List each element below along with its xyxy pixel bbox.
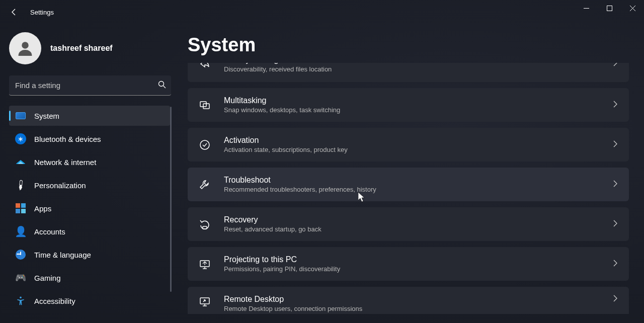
- sidebar-item-accounts[interactable]: 👤 Accounts: [9, 221, 170, 241]
- titlebar: Settings: [0, 0, 644, 24]
- sidebar-item-network[interactable]: Network & internet: [9, 152, 170, 172]
- card-troubleshoot[interactable]: Troubleshoot Recommended troubleshooters…: [188, 168, 629, 201]
- card-title: Nearby sharing: [224, 63, 612, 64]
- clock-icon: [15, 249, 26, 260]
- sidebar-scrollbar[interactable]: [170, 107, 172, 292]
- page-title: System: [188, 34, 629, 56]
- card-title: Remote Desktop: [224, 295, 612, 304]
- sidebar-item-label: Time & language: [34, 251, 91, 259]
- card-title: Multitasking: [224, 96, 612, 105]
- wrench-icon: [198, 178, 212, 192]
- chevron-right-icon: [612, 140, 619, 149]
- card-projecting[interactable]: Projecting to this PC Permissions, pairi…: [188, 247, 629, 281]
- main-content: System Nearby sharing Discoverability, r…: [179, 24, 644, 323]
- chevron-right-icon: [612, 180, 619, 189]
- sidebar-item-label: Accounts: [34, 227, 65, 236]
- chevron-right-icon: [612, 295, 619, 304]
- search-icon: [158, 80, 166, 91]
- minimize-icon: [584, 6, 589, 11]
- maximize-icon: [607, 6, 612, 11]
- remote-icon: [198, 295, 212, 309]
- account-icon: 👤: [15, 226, 26, 237]
- card-remote-desktop[interactable]: Remote Desktop Remote Desktop users, con…: [188, 287, 629, 314]
- card-multitasking[interactable]: Multitasking Snap windows, desktops, tas…: [188, 88, 629, 122]
- profile-section[interactable]: tashreef shareef: [9, 32, 174, 64]
- svg-point-6: [200, 140, 209, 149]
- svg-rect-0: [607, 6, 612, 11]
- avatar: [9, 32, 41, 64]
- sidebar-item-label: Bluetooth & devices: [34, 135, 101, 143]
- card-desc: Recommended troubleshooters, preferences…: [224, 186, 612, 193]
- project-icon: [198, 257, 212, 271]
- sidebar-item-label: Network & internet: [34, 158, 96, 167]
- svg-rect-7: [203, 226, 207, 229]
- recovery-icon: [198, 217, 212, 231]
- sidebar-item-system[interactable]: System: [9, 106, 170, 126]
- sidebar-item-time[interactable]: Time & language: [9, 245, 170, 265]
- sidebar-item-label: System: [34, 112, 59, 120]
- gamepad-icon: 🎮: [15, 272, 26, 283]
- svg-point-1: [22, 42, 29, 49]
- sidebar-item-label: Personalization: [34, 181, 86, 190]
- card-nearby-sharing[interactable]: Nearby sharing Discoverability, received…: [188, 63, 629, 82]
- card-title: Projecting to this PC: [224, 255, 612, 264]
- chevron-right-icon: [612, 220, 619, 229]
- system-icon: [15, 110, 26, 121]
- card-desc: Permissions, pairing PIN, discoverabilit…: [224, 265, 612, 273]
- card-desc: Discoverability, received files location: [224, 65, 612, 73]
- svg-point-3: [20, 297, 22, 299]
- search-wrap: [9, 75, 171, 96]
- brush-icon: 🖌: [13, 178, 29, 193]
- window-controls: [575, 0, 644, 16]
- sidebar-item-accessibility[interactable]: Accessibility: [9, 291, 170, 311]
- sidebar-item-apps[interactable]: Apps: [9, 198, 170, 218]
- sidebar-item-personalization[interactable]: 🖌 Personalization: [9, 175, 170, 195]
- sidebar-nav: System ∗ Bluetooth & devices Network & i…: [9, 106, 174, 311]
- search-input[interactable]: [9, 75, 171, 96]
- sidebar-item-label: Accessibility: [34, 297, 75, 305]
- person-icon: [16, 39, 34, 57]
- card-title: Troubleshoot: [224, 176, 612, 185]
- wifi-icon: [15, 156, 26, 168]
- arrow-left-icon: [10, 8, 18, 16]
- card-desc: Snap windows, desktops, task switching: [224, 106, 612, 114]
- card-title: Activation: [224, 136, 612, 145]
- sidebar-item-label: Apps: [34, 204, 51, 213]
- card-desc: Remote Desktop users, connection permiss…: [224, 305, 612, 312]
- minimize-button[interactable]: [575, 0, 598, 16]
- chevron-right-icon: [612, 63, 619, 68]
- sidebar-item-bluetooth[interactable]: ∗ Bluetooth & devices: [9, 129, 170, 149]
- chevron-right-icon: [612, 101, 619, 110]
- app-title: Settings: [30, 9, 54, 16]
- chevron-right-icon: [612, 260, 619, 269]
- apps-icon: [15, 203, 26, 214]
- user-name: tashreef shareef: [50, 44, 113, 53]
- accessibility-icon: [15, 295, 26, 306]
- card-title: Recovery: [224, 215, 612, 224]
- card-desc: Reset, advanced startup, go back: [224, 225, 612, 233]
- sidebar-item-label: Gaming: [34, 274, 61, 282]
- multitask-icon: [198, 98, 212, 112]
- card-recovery[interactable]: Recovery Reset, advanced startup, go bac…: [188, 207, 629, 241]
- close-icon: [630, 6, 635, 11]
- card-desc: Activation state, subscriptions, product…: [224, 146, 612, 153]
- sidebar: tashreef shareef System ∗ Bluetooth & de…: [0, 24, 179, 323]
- bluetooth-icon: ∗: [15, 133, 26, 144]
- svg-point-2: [159, 82, 164, 87]
- maximize-button[interactable]: [598, 0, 621, 16]
- close-button[interactable]: [621, 0, 644, 16]
- back-button[interactable]: [4, 2, 24, 22]
- sidebar-item-gaming[interactable]: 🎮 Gaming: [9, 268, 170, 288]
- settings-cards: Nearby sharing Discoverability, received…: [188, 63, 629, 314]
- card-activation[interactable]: Activation Activation state, subscriptio…: [188, 128, 629, 162]
- share-icon: [198, 63, 212, 71]
- check-icon: [198, 138, 212, 152]
